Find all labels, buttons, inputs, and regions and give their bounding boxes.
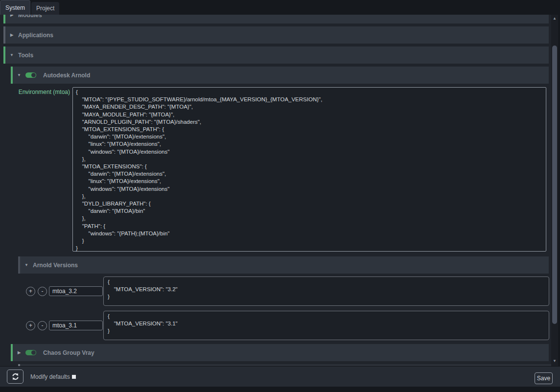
section-header-arnold-versions[interactable]: ▼ Arnold Versions bbox=[18, 256, 549, 274]
footer-bar: Modify defaults Save bbox=[0, 366, 560, 387]
tools-section-body: ▼ Autodesk Arnold Environment (mtoa) { "… bbox=[11, 67, 551, 366]
version-key-input[interactable] bbox=[49, 321, 103, 330]
version-row-mtoa-3-2: + - { "MTOA_VERSION": "3.2" } bbox=[26, 277, 551, 306]
section-title: Autodesk Arnold bbox=[43, 72, 90, 79]
section-header-chaos-group-vray[interactable]: ▶ Chaos Group Vray bbox=[11, 344, 549, 361]
version-json-textarea[interactable]: { "MTOA_VERSION": "3.1" } bbox=[103, 311, 549, 340]
section-title: Chaos Group Vray bbox=[43, 349, 94, 356]
version-row-controls: + - bbox=[26, 277, 103, 306]
section-header-modules[interactable]: ▶ Modules bbox=[3, 15, 549, 23]
tab-bar: System Project bbox=[0, 0, 560, 15]
version-row-controls: + - bbox=[26, 311, 103, 340]
version-key-input[interactable] bbox=[49, 286, 103, 296]
chevron-down-icon: ▼ bbox=[20, 263, 33, 267]
toggle-knob bbox=[31, 350, 36, 355]
save-button[interactable]: Save bbox=[535, 372, 553, 384]
modify-defaults-label: Modify defaults bbox=[30, 373, 70, 380]
toggle-knob bbox=[31, 73, 36, 77]
scrollbar-thumb[interactable] bbox=[552, 46, 557, 324]
scroll-up-icon[interactable]: ▲ bbox=[551, 15, 558, 22]
remove-version-button[interactable]: - bbox=[38, 287, 47, 296]
section-title: Modules bbox=[18, 15, 42, 19]
vray-enabled-toggle[interactable] bbox=[25, 350, 36, 355]
modify-defaults-checkbox[interactable] bbox=[72, 375, 76, 379]
chevron-right-icon: ▶ bbox=[5, 33, 18, 37]
chevron-down-icon: ▼ bbox=[13, 73, 25, 77]
tab-system[interactable]: System bbox=[0, 0, 30, 15]
section-header-tools[interactable]: ▼ Tools bbox=[3, 46, 549, 64]
arnold-enabled-toggle[interactable] bbox=[25, 72, 36, 78]
scroll-down-icon[interactable]: ▼ bbox=[551, 358, 558, 365]
add-version-button[interactable]: + bbox=[26, 287, 35, 296]
version-json-textarea[interactable]: { "MTOA_VERSION": "3.2" } bbox=[103, 277, 549, 306]
section-title: Arnold Versions bbox=[33, 262, 78, 269]
add-version-button[interactable]: + bbox=[26, 321, 35, 330]
section-header-autodesk-arnold[interactable]: ▼ Autodesk Arnold bbox=[11, 67, 549, 84]
chevron-right-icon: ▶ bbox=[13, 350, 25, 355]
section-header-applications[interactable]: ▶ Applications bbox=[3, 26, 549, 44]
tab-project[interactable]: Project bbox=[31, 2, 59, 15]
chevron-right-icon: ▶ bbox=[5, 15, 18, 17]
environment-json-textarea[interactable]: { "MTOA": "{PYPE_STUDIO_SOFTWARE}/arnold… bbox=[72, 87, 546, 252]
refresh-icon bbox=[11, 372, 20, 381]
remove-version-button[interactable]: - bbox=[38, 321, 47, 330]
section-title: Tools bbox=[18, 52, 33, 59]
version-row-mtoa-3-1: + - { "MTOA_VERSION": "3.1" } bbox=[26, 311, 551, 340]
chevron-down-icon: ▼ bbox=[5, 53, 18, 57]
environment-row: Environment (mtoa) { "MTOA": "{PYPE_STUD… bbox=[11, 87, 551, 252]
vertical-scrollbar[interactable]: ▲ ▼ bbox=[551, 15, 558, 366]
settings-scroll-area: ▶ Modules ▶ Applications ▼ Tools ▼ Autod… bbox=[0, 15, 551, 366]
window-bottom-edge bbox=[0, 387, 560, 392]
refresh-button[interactable] bbox=[7, 369, 23, 384]
arnold-versions-section: ▼ Arnold Versions + - { "MTOA_VERSION": … bbox=[18, 256, 551, 340]
environment-label: Environment (mtoa) bbox=[11, 87, 72, 95]
section-title: Applications bbox=[18, 32, 53, 39]
